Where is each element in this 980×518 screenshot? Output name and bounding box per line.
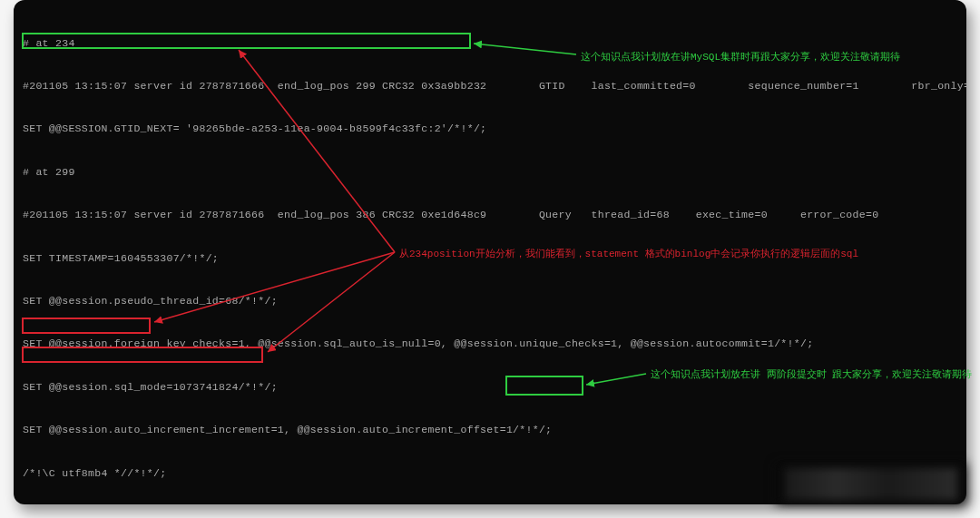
log-line: SET @@session.auto_increment_increment=1… [23,423,957,437]
log-line: SET @@SESSION.GTID_NEXT= '98265bde-a253-… [23,122,957,136]
log-line: SET @@session.sql_mode=1073741824/*!*/; [23,380,957,395]
log-line: #201105 13:15:07 server id 2787871666 en… [23,208,957,222]
highlight-box-use-db [22,318,151,334]
annotation-xid: 这个知识点我计划放在讲 两阶段提交时 跟大家分享，欢迎关注敬请期待 [651,367,972,381]
log-line: # at 299 [23,165,957,180]
annotation-statement: 从234position开始分析，我们能看到，statement 格式的binl… [399,247,858,260]
log-line: #201105 13:15:07 server id 2787871666 en… [23,79,957,93]
watermark-blur-inner [785,468,957,500]
annotation-gtid: 这个知识点我计划放在讲MySQL集群时再跟大家分享，欢迎关注敬请期待 [581,50,900,64]
highlight-box-insert [22,347,263,363]
highlight-box-xid [505,376,583,396]
highlight-box-gtid [22,33,471,49]
log-line: SET @@session.pseudo_thread_id=68/*!*/; [23,294,957,308]
